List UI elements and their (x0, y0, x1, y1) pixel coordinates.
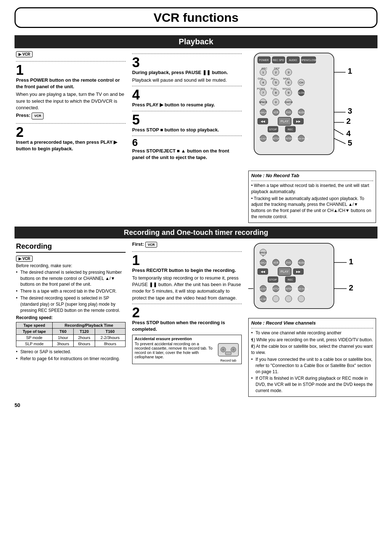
playback-section-header: Playback (15, 35, 377, 48)
slp-t120: 6hours (74, 341, 95, 347)
svg-text:1: 1 (262, 71, 264, 74)
note-body2: • Tracking will be automatically adjuste… (251, 196, 373, 220)
svg-text:CH/CH: CH/CH (285, 101, 293, 103)
step1-body: When you are playing a tape, turn the TV… (16, 91, 126, 111)
svg-text:VCR: VCR (273, 261, 279, 264)
vcr-icon: ▶ VCR (16, 51, 33, 57)
table-header-rectime: Recording/Playback Time (52, 322, 125, 329)
svg-text:SETUP: SETUP (271, 137, 280, 140)
cassette-diagram (217, 342, 239, 358)
rec-step2-number: 2 (132, 306, 242, 319)
svg-text:4: 4 (262, 81, 264, 84)
step4-heading: Press PLAY ▶ button to resume play. (132, 102, 215, 107)
vcr-icon-recording: ▶ VCR (16, 256, 33, 262)
record-tab-label: Record tab (217, 359, 239, 362)
svg-text:SPACE: SPACE (259, 101, 268, 103)
svg-text:9: 9 (288, 91, 290, 94)
svg-text:5: 5 (348, 138, 352, 147)
svg-line-77 (334, 129, 343, 135)
svg-text:REC/OTR: REC/OTR (258, 288, 269, 290)
recording-subsection-header: Recording (16, 241, 126, 253)
slp-t160: 8hours (95, 341, 125, 347)
note-body1: • When a tape without record tab is inse… (251, 183, 373, 195)
table-row-slp: SLP mode 3hours 6hours 8hours (16, 341, 126, 347)
svg-text:STOP: STOP (269, 278, 277, 281)
svg-text:REC/OTR: REC/OTR (258, 138, 269, 140)
table-subheader-type: Type of tape (16, 329, 53, 335)
step2-heading: Insert a prerecorded tape, then press PL… (16, 139, 118, 151)
svg-point-85 (232, 349, 234, 351)
rec-step1-number: 1 (132, 253, 242, 267)
recording-speed-table: Tape speed Recording/Playback Time Type … (16, 322, 126, 347)
playback-col2: 3 During playback, press PAUSE ❚❚ button… (131, 51, 243, 223)
first-label: First: VCR (132, 241, 242, 249)
rec-speed-label: Recording speed: (16, 315, 126, 320)
svg-text:TIMER PROG: TIMER PROG (294, 138, 308, 140)
remote-diagram-playback: POWER REC SPD AUDIO OPEN/CLOSE ABC DEF 1… (248, 51, 376, 167)
svg-point-119 (273, 296, 279, 302)
step6-number: 6 (132, 138, 242, 148)
svg-text:1: 1 (348, 66, 352, 76)
playback-grid: ▶ VCR 1 Press POWER button on the remote… (15, 51, 377, 223)
step2-number: 2 (16, 125, 126, 139)
svg-text:◀◀: ◀◀ (261, 120, 265, 123)
rec-step2-heading: Press STOP button when the recording is … (132, 320, 225, 332)
svg-text:SPACE: SPACE (260, 252, 267, 254)
note-record-b2: 1) While you are recording on the unit, … (251, 337, 373, 343)
recording-bullets: The desired channel is selected by press… (16, 269, 126, 314)
svg-line-79 (334, 138, 346, 144)
playback-col1: ▶ VCR 1 Press POWER button on the remote… (15, 51, 127, 223)
recording-grid: Recording ▶ VCR Before recording, make s… (15, 241, 377, 397)
svg-text:PLAY: PLAY (281, 119, 289, 123)
bullet-timer: Refer to page 64 for instructions on tim… (16, 356, 126, 362)
svg-text:2: 2 (275, 71, 277, 74)
recording-bullets2: Stereo or SAP is selected. Refer to page… (16, 349, 126, 362)
svg-text:8: 8 (275, 91, 277, 94)
vcr-press-icon: VCR (32, 113, 44, 119)
svg-text:DVD: DVD (286, 111, 291, 114)
sp-t60: 1hour (52, 335, 73, 341)
svg-text:3: 3 (288, 71, 290, 74)
svg-point-121 (298, 296, 305, 302)
step6-content: Press STOP/EJECT ■ ▲ button on the front… (132, 148, 242, 161)
svg-text:DVD: DVD (286, 261, 291, 264)
svg-text:PAUSE: PAUSE (297, 261, 306, 264)
sp-t160: 2-2/3hours (95, 335, 125, 341)
svg-text:▶▶: ▶▶ (296, 270, 301, 273)
svg-text:CH: CH (299, 81, 303, 84)
bullet-2: There is a tape with a record tab in the… (16, 288, 126, 294)
svg-text:0: 0 (275, 101, 277, 104)
svg-text:REC: REC (288, 278, 293, 281)
accidental-title: Accidental erasure prevention (135, 337, 239, 341)
svg-text:DISPLAY: DISPLAY (259, 262, 268, 264)
svg-text:REC MON: REC MON (258, 298, 268, 300)
note-record-title: Note : Record View channels (251, 320, 373, 326)
svg-text:ENTER: ENTER (284, 137, 293, 140)
svg-text:2: 2 (349, 283, 353, 292)
svg-text:STOP: STOP (269, 128, 277, 131)
rec-step1-heading: Press REC/OTR button to begin the record… (132, 268, 236, 273)
vcr-first-icon: VCR (145, 242, 157, 248)
step6-heading: Press STOP/EJECT ■ ▲ button on the front… (132, 148, 229, 160)
step4-number: 4 (132, 88, 242, 102)
svg-text:ENTER: ENTER (284, 288, 293, 290)
accidental-body: To prevent accidental recording on a rec… (135, 342, 215, 359)
svg-text:POWER: POWER (259, 59, 269, 61)
step5-number: 5 (132, 113, 242, 127)
step2-content: Insert a prerecorded tape, then press PL… (16, 139, 126, 152)
note-no-record-tab: Note : No Record Tab • When a tape witho… (248, 171, 376, 223)
note-record-bullets: To view one channel while recording anot… (251, 330, 373, 394)
page-title: VCR functions (15, 7, 377, 28)
svg-text:PLAY: PLAY (281, 270, 289, 273)
step1-press: Press: (16, 113, 30, 118)
table-row-sp: SP mode 1hour 2hours 2-2/3hours (16, 335, 126, 341)
step3-body: Playback will pause and sound will be mu… (132, 77, 242, 83)
note-record-view: Note : Record View channels To view one … (248, 318, 376, 397)
note-record-b5: If OTR is finished in VCR during playbac… (251, 375, 373, 394)
step3-content: During playback, press PAUSE ❚❚ button. … (132, 69, 242, 83)
step1-number: 1 (16, 63, 126, 77)
page-number: 50 (15, 402, 377, 408)
sp-t120: 2hours (74, 335, 95, 341)
step5-heading: Press STOP ■ button to stop playback. (132, 127, 219, 133)
table-subheader-t120: T120 (74, 329, 95, 335)
